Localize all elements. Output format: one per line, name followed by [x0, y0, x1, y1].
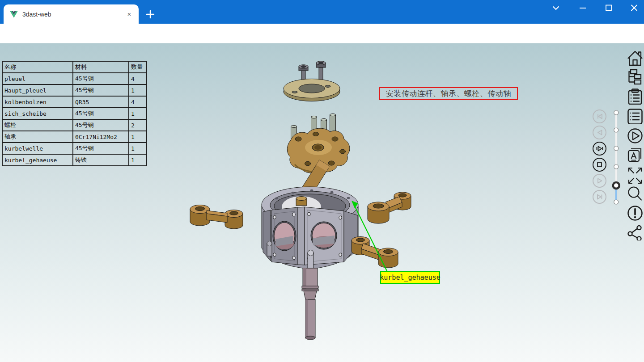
exclamation-icon[interactable] [627, 205, 643, 221]
table-row: pleuel45号钢4 [2, 73, 147, 84]
table-row: kolbenbolzenQR354 [2, 96, 147, 108]
table-row: 螺栓45号钢2 [2, 119, 147, 131]
window-chevron-button[interactable] [551, 3, 561, 13]
step-play-button[interactable] [593, 142, 606, 156]
zoom-icon[interactable] [627, 186, 643, 202]
slider-step-2[interactable] [614, 128, 619, 132]
part-name-label: kurbel_gehaeuse [380, 271, 440, 284]
vue-favicon-icon [10, 11, 18, 18]
step-slider[interactable] [611, 109, 622, 207]
home-icon[interactable] [627, 50, 643, 66]
expand-arrows-icon[interactable] [627, 165, 643, 186]
slider-step-6[interactable] [614, 200, 619, 204]
slider-step-1[interactable] [614, 110, 619, 115]
assembly-tree-icon[interactable] [627, 69, 643, 85]
step-back-button[interactable] [593, 126, 606, 139]
bom-header-name: 名称 [2, 61, 73, 73]
part-rod-right-upper[interactable] [368, 192, 411, 223]
part-drive-shaft[interactable] [302, 268, 318, 340]
tab-title: 3dast-web [22, 11, 125, 18]
skip-end-button[interactable] [593, 190, 606, 204]
window-close-button[interactable] [629, 3, 639, 13]
share-nodes-icon[interactable] [627, 224, 643, 240]
window-maximize-button[interactable] [604, 3, 614, 13]
list-icon[interactable] [627, 108, 643, 124]
play-button[interactable] [593, 174, 606, 188]
assembly-step-note: 安装传动连杆、轴承、螺栓、传动轴 [379, 87, 518, 100]
bom-header-row: 名称 材料 数量 [2, 61, 147, 73]
bom-header-material: 材料 [73, 61, 129, 73]
table-row: Haupt_pleuel45号钢1 [2, 84, 147, 96]
slider-thumb[interactable] [613, 182, 619, 189]
tab-close-icon[interactable]: × [125, 10, 133, 18]
part-washer[interactable] [284, 79, 340, 101]
browser-toolbar: 不安全 192.168.30.157:11182/index.html?view… [0, 24, 644, 43]
part-crank-housing[interactable] [262, 187, 358, 269]
bom-table: 名称 材料 数量 pleuel45号钢4 Haupt_pleuel45号钢1 k… [2, 61, 147, 166]
table-row: sich_scheibe45号钢1 [2, 108, 147, 119]
browser-titlebar: 3dast-web × [0, 0, 644, 24]
stop-button[interactable] [593, 158, 606, 172]
part-rod-left[interactable] [190, 205, 243, 229]
table-row: kurbelwelle45号钢1 [2, 143, 147, 154]
text-annotation-icon[interactable] [627, 147, 643, 163]
play-circle-icon[interactable] [627, 128, 643, 144]
bom-header-qty: 数量 [129, 61, 147, 73]
table-row: 轴承0Cr17Ni12Mo21 [2, 131, 147, 143]
browser-tab[interactable]: 3dast-web × [4, 4, 139, 24]
window-minimize-button[interactable] [578, 3, 588, 13]
clipboard-list-icon[interactable] [627, 88, 643, 105]
new-tab-button[interactable] [144, 8, 157, 21]
slider-step-4[interactable] [614, 164, 619, 169]
slider-step-3[interactable] [614, 146, 619, 151]
skip-start-button[interactable] [593, 109, 606, 123]
part-rod-right-lower[interactable] [352, 237, 398, 268]
table-row: kurbel_gehaeuse铸铁1 [2, 154, 147, 166]
